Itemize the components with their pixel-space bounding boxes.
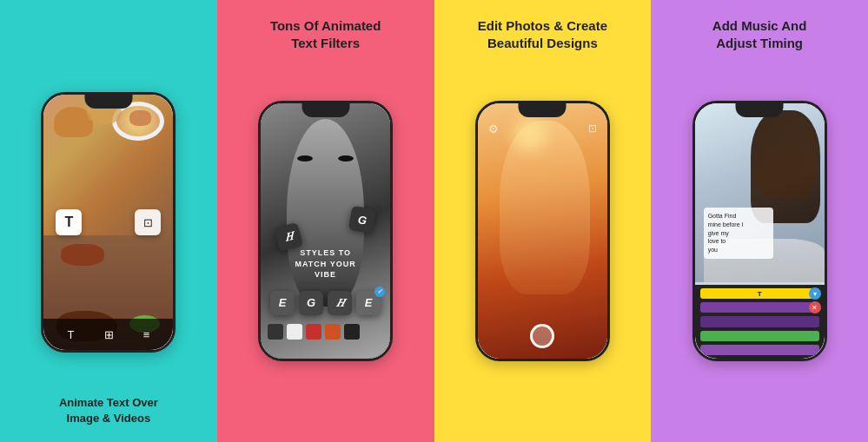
- portrait-backlight: [513, 116, 547, 151]
- phone-1-screen: T ⊡ T ⊞ ≡: [43, 95, 173, 350]
- letter-tile-g-top: G: [348, 206, 376, 234]
- swatch-red[interactable]: [306, 324, 321, 340]
- swatch-dark[interactable]: [344, 324, 360, 340]
- timeline-text-label: T: [758, 290, 762, 298]
- timeline-row-text: T ▾: [700, 288, 819, 299]
- girl-portrait: Gotta Findmine before Igive mylove toyou: [695, 103, 825, 282]
- panel-3-title: Edit Photos & CreateBeautiful Designs: [478, 16, 607, 51]
- timeline-section: T ▾ ✕: [695, 285, 825, 359]
- food-detail-2: [129, 110, 151, 126]
- panel-1-phone-wrapper: T ⊡ T ⊞ ≡: [9, 50, 209, 395]
- phone-4-screen: Gotta Findmine before Igive mylove toyou…: [695, 103, 825, 359]
- timeline-btn-x[interactable]: ✕: [809, 301, 821, 313]
- panel-2-title: Tons Of AnimatedText Filters: [270, 16, 381, 51]
- bottom-toolbar: T ⊞ ≡: [43, 319, 173, 350]
- camera-shutter-button[interactable]: [530, 324, 554, 348]
- panel-4-phone-wrapper: Gotta Findmine before Igive mylove toyou…: [659, 51, 859, 411]
- panel-4-title: Add Music AndAdjust Timing: [712, 16, 807, 51]
- swatch-black[interactable]: [268, 324, 283, 340]
- tile-e3-checked[interactable]: E: [356, 291, 381, 315]
- bottom-tiles: E G 𝐻 E: [261, 291, 390, 315]
- timeline-row-video: [700, 331, 819, 341]
- food-detail-3: [61, 244, 104, 266]
- hair-shape: [751, 110, 820, 223]
- timeline-row-music-1: ✕: [700, 302, 819, 313]
- swatch-white[interactable]: [287, 324, 302, 340]
- phone-mockup-3: ⚙ ⊡: [475, 101, 610, 361]
- crop-icon-p3[interactable]: ⊡: [588, 122, 597, 135]
- eye-right: [338, 155, 354, 162]
- timeline-btn-down[interactable]: ▾: [809, 287, 821, 300]
- toolbar-menu-icon[interactable]: ≡: [143, 328, 150, 341]
- panel-edit-photos: Edit Photos & CreateBeautiful Designs ⚙ …: [434, 0, 652, 442]
- swatch-orange[interactable]: [325, 324, 341, 340]
- phone-mockup-2: STYLES TOMATCH YOURVIBE 𝐻 G E G 𝐻 E: [258, 101, 393, 361]
- phone-3-screen: ⚙ ⊡: [478, 103, 607, 359]
- panel-animate-text: placeholder T: [0, 0, 217, 442]
- bw-face: STYLES TOMATCH YOURVIBE 𝐻 G E G 𝐻 E: [261, 103, 390, 359]
- phone-mockup-1: T ⊡ T ⊞ ≡: [41, 92, 176, 353]
- panel-3-phone-wrapper: ⚙ ⊡: [443, 51, 643, 411]
- gear-icon[interactable]: ⚙: [488, 122, 499, 135]
- portrait-bg: ⚙ ⊡: [478, 103, 607, 359]
- phone-2-screen: STYLES TOMATCH YOURVIBE 𝐻 G E G 𝐻 E: [261, 103, 390, 359]
- color-swatches: [268, 324, 383, 340]
- tile-h[interactable]: 𝐻: [328, 291, 352, 315]
- panel-2-phone-wrapper: STYLES TOMATCH YOURVIBE 𝐻 G E G 𝐻 E: [226, 51, 426, 411]
- timeline-row-music-2: [700, 316, 819, 327]
- vibe-text: STYLES TOMATCH YOURVIBE: [261, 247, 390, 280]
- eye-left: [297, 155, 313, 162]
- timeline-row-video-2: [700, 345, 819, 355]
- text-tool-icon[interactable]: T: [56, 209, 82, 235]
- portrait-face: [500, 121, 590, 294]
- tile-e1[interactable]: E: [270, 291, 295, 315]
- panel-text-filters: Tons Of AnimatedText Filters STYLES TOMA…: [217, 0, 434, 442]
- phone-mockup-4: Gotta Findmine before Igive mylove toyou…: [692, 101, 827, 361]
- lyrics-overlay: Gotta Findmine before Igive mylove toyou: [704, 208, 773, 259]
- text-tool-label: T: [64, 214, 73, 230]
- toolbar-frame-icon[interactable]: ⊞: [104, 328, 114, 341]
- panel-1-caption: Animate Text OverImage & Videos: [55, 395, 162, 426]
- panel-add-music: Add Music AndAdjust Timing Gotta Findmin…: [651, 0, 868, 442]
- toolbar-text-icon[interactable]: T: [67, 328, 74, 341]
- tile-g[interactable]: G: [299, 291, 323, 315]
- crop-icon[interactable]: ⊡: [135, 209, 161, 235]
